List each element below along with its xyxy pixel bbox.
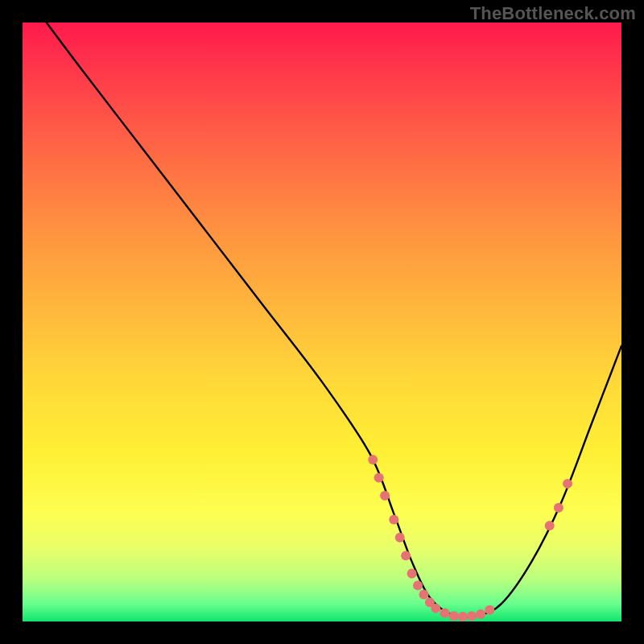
curve-marker (419, 590, 428, 600)
watermark-text: TheBottleneck.com (470, 3, 636, 24)
curve-marker (407, 568, 417, 578)
curve-marker (440, 609, 450, 618)
curve-marker (395, 533, 405, 543)
bottleneck-curve (47, 23, 621, 617)
curve-marker (413, 580, 423, 590)
curve-marker (368, 455, 378, 464)
curve-marker (380, 491, 390, 501)
curve-marker (449, 611, 459, 621)
curve-marker (467, 611, 477, 621)
curve-marker (485, 605, 494, 615)
curve-marker (431, 604, 440, 613)
curve-marker (545, 521, 555, 530)
curve-marker (563, 479, 572, 489)
curve-marker (389, 515, 398, 525)
curve-marker (401, 551, 411, 560)
chart-svg (23, 23, 621, 621)
curve-marker (374, 473, 384, 482)
curve-marker (458, 612, 468, 621)
curve-marker (554, 503, 564, 513)
curve-markers (368, 455, 572, 621)
curve-marker (476, 609, 485, 619)
chart-plot-area (23, 23, 621, 621)
